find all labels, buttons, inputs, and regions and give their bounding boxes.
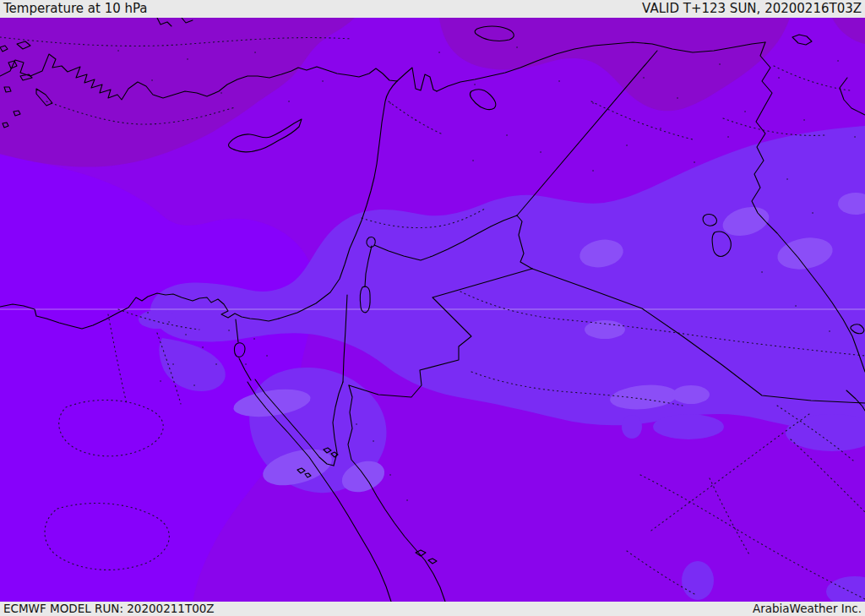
temp-fill-band-se5 bbox=[622, 415, 642, 439]
weather-map bbox=[0, 18, 865, 602]
map-area bbox=[0, 18, 865, 602]
page-title: Temperature at 10 hPa bbox=[3, 0, 148, 18]
credit-label: ArabiaWeather Inc. bbox=[753, 602, 862, 616]
valid-time-label: VALID T+123 SUN, 20200216T03Z bbox=[642, 0, 862, 18]
temp-fill-band-se3 bbox=[682, 561, 714, 600]
footer-bar: ECMWF MODEL RUN: 20200211T00Z ArabiaWeat… bbox=[0, 602, 865, 616]
header-bar: Temperature at 10 hPa VALID T+123 SUN, 2… bbox=[0, 0, 865, 18]
weather-map-app: Temperature at 10 hPa VALID T+123 SUN, 2… bbox=[0, 0, 865, 616]
temp-fill-band-se1 bbox=[653, 414, 724, 439]
model-run-label: ECMWF MODEL RUN: 20200211T00Z bbox=[3, 602, 215, 616]
temp-fill-band-delta bbox=[139, 310, 176, 329]
